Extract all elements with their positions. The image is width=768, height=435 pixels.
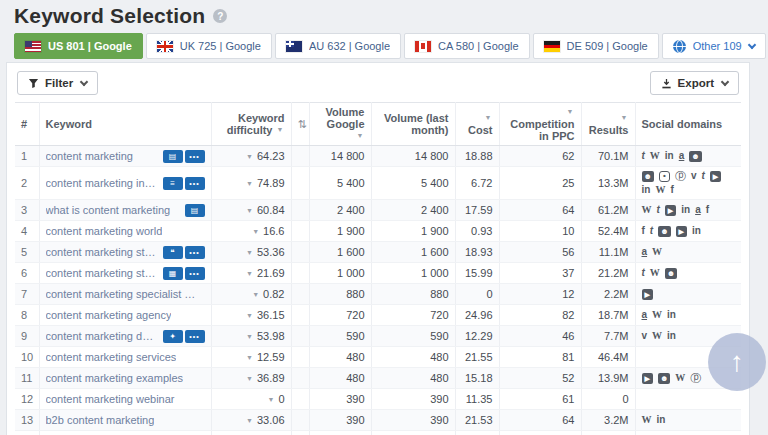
- education-badge-icon[interactable]: ✦: [163, 330, 183, 343]
- amazon-icon: a: [642, 309, 648, 321]
- keyword-link[interactable]: content marketing webinar: [46, 393, 175, 405]
- cost-value: 17.59: [455, 200, 499, 221]
- scroll-to-top-button[interactable]: [708, 333, 766, 391]
- cost-value: 15.99: [455, 263, 499, 284]
- col-header-keyword[interactable]: Keyword: [39, 103, 211, 146]
- difficulty-value: 21.69: [257, 267, 285, 279]
- serp-feature-badges: ▦•••: [163, 267, 205, 280]
- sort-icon[interactable]: ⇅: [298, 118, 303, 130]
- keyword-link[interactable]: content marketing institute: [46, 177, 159, 189]
- filter-dropdown-icon[interactable]: ▼: [485, 112, 492, 124]
- volume-last-value: 14 800: [371, 146, 455, 167]
- keyword-link[interactable]: content marketing services: [46, 351, 177, 363]
- col-header-sort[interactable]: ⇅: [291, 103, 309, 146]
- cost-value: 18.88: [455, 146, 499, 167]
- snippet-badge-icon[interactable]: ▤: [163, 150, 183, 163]
- tab-us[interactable]: US 801 | Google: [14, 33, 143, 59]
- difficulty-value: 33.06: [257, 414, 285, 426]
- pinterest-icon: ⓟ: [675, 170, 686, 182]
- chevron-down-icon: [80, 77, 88, 85]
- more-options-badge[interactable]: •••: [185, 267, 205, 280]
- keyword-link[interactable]: content marketing strategies: [46, 246, 159, 258]
- chevron-down-icon: [747, 40, 755, 48]
- filter-dropdown-icon[interactable]: ▼: [357, 130, 364, 142]
- keyword-link[interactable]: content marketing examples: [46, 372, 184, 384]
- keyword-link[interactable]: content marketing specialist salary: [46, 288, 201, 300]
- keyword-selection-screen: Keyword Selection US 801 | Google UK 725…: [0, 0, 768, 435]
- social-icons: ☻•ⓟvt▶inWf: [642, 170, 736, 196]
- filter-dropdown-icon[interactable]: ▼: [567, 106, 574, 118]
- tab-ca[interactable]: CA 580 | Google: [404, 33, 530, 59]
- filter-label: Filter: [45, 77, 73, 89]
- youtube-icon: ▶: [710, 171, 721, 182]
- keyword-link[interactable]: b2b content marketing: [46, 414, 155, 426]
- filter-button[interactable]: Filter: [17, 71, 98, 95]
- col-header-number[interactable]: #: [15, 103, 39, 146]
- document-badge-icon[interactable]: ≡: [163, 177, 183, 190]
- volume-last-value: 390: [371, 410, 455, 431]
- keyword-link[interactable]: content marketing: [46, 150, 133, 162]
- col-header-social[interactable]: Social domains: [635, 103, 741, 146]
- volume-value: 590: [309, 326, 371, 347]
- filter-dropdown-icon[interactable]: ▼: [621, 112, 628, 124]
- results-value: 52.4M: [581, 221, 635, 242]
- keyword-link[interactable]: what is content marketing: [46, 204, 171, 216]
- keyword-row: 14 content marketing conference ▼36.95 3…: [15, 431, 741, 435]
- wikipedia-icon: W: [652, 330, 662, 342]
- more-options-badge[interactable]: •••: [185, 246, 205, 259]
- volume-last-value: 5 400: [371, 167, 455, 200]
- more-options-badge[interactable]: •••: [185, 150, 205, 163]
- col-header-cost[interactable]: ▼ Cost: [455, 103, 499, 146]
- row-number: 5: [15, 242, 39, 263]
- export-button[interactable]: Export: [650, 71, 739, 95]
- col-header-volume-last[interactable]: Volume (last month): [371, 103, 455, 146]
- filter-dropdown-icon[interactable]: ▼: [277, 124, 284, 136]
- wikipedia-icon: W: [652, 246, 662, 258]
- col-header-volume[interactable]: Volume Google ▼: [309, 103, 371, 146]
- keyword-row: 7 content marketing specialist salary ▼0…: [15, 284, 741, 305]
- tab-label: AU 632 | Google: [309, 40, 390, 52]
- image-badge-icon[interactable]: ▦: [163, 267, 183, 280]
- export-label: Export: [678, 77, 714, 89]
- competition-value: 64: [499, 410, 581, 431]
- keyword-link[interactable]: content marketing strategy: [46, 267, 159, 279]
- volume-value: 390: [309, 410, 371, 431]
- cost-value: 11.35: [455, 389, 499, 410]
- more-options-badge[interactable]: •••: [185, 330, 205, 343]
- de-flag-icon: [544, 41, 560, 52]
- linkedin-icon: in: [692, 225, 701, 237]
- competition-value: 61: [499, 389, 581, 410]
- col-header-difficulty[interactable]: Keyword difficulty ▼: [211, 103, 291, 146]
- keyword-link[interactable]: content marketing agency: [46, 309, 172, 321]
- col-header-results[interactable]: ▼ Results: [581, 103, 635, 146]
- col-header-competition[interactable]: ▼ Competition in PPC: [499, 103, 581, 146]
- linkedin-icon: in: [657, 414, 666, 426]
- keyword-link[interactable]: content marketing definition: [46, 330, 159, 342]
- linkedin-icon: in: [667, 309, 676, 321]
- chat-badge-icon[interactable]: ❝: [163, 246, 183, 259]
- row-number: 12: [15, 389, 39, 410]
- youtube-icon: ▶: [642, 289, 653, 300]
- table-body: 1 content marketing ▤••• ▼64.23 14 800 1…: [15, 146, 741, 435]
- snippet-badge-icon[interactable]: ▤: [185, 204, 205, 217]
- more-options-badge[interactable]: •••: [185, 177, 205, 190]
- ca-flag-icon: [415, 41, 431, 52]
- difficulty-arrow-icon: ▼: [246, 375, 253, 382]
- tab-uk[interactable]: UK 725 | Google: [146, 33, 272, 59]
- reddit-icon: ☻: [658, 226, 670, 237]
- keyword-row: 2 content marketing institute ≡••• ▼74.8…: [15, 167, 741, 200]
- row-number: 10: [15, 347, 39, 368]
- volume-last-value: 1 600: [371, 242, 455, 263]
- row-number: 8: [15, 305, 39, 326]
- serp-feature-badges: ≡•••: [163, 177, 205, 190]
- keyword-row: 10 content marketing services ▼12.59 480…: [15, 347, 741, 368]
- keyword-link[interactable]: content marketing world: [46, 225, 163, 237]
- tab-globe[interactable]: Other 109: [662, 33, 766, 59]
- tab-au[interactable]: AU 632 | Google: [275, 33, 401, 59]
- tab-de[interactable]: DE 509 | Google: [533, 33, 659, 59]
- serp-feature-badges: ▤: [185, 204, 205, 217]
- au-flag-icon: [286, 41, 302, 52]
- help-icon[interactable]: [213, 9, 227, 23]
- competition-value: 25: [499, 167, 581, 200]
- volume-last-value: 480: [371, 347, 455, 368]
